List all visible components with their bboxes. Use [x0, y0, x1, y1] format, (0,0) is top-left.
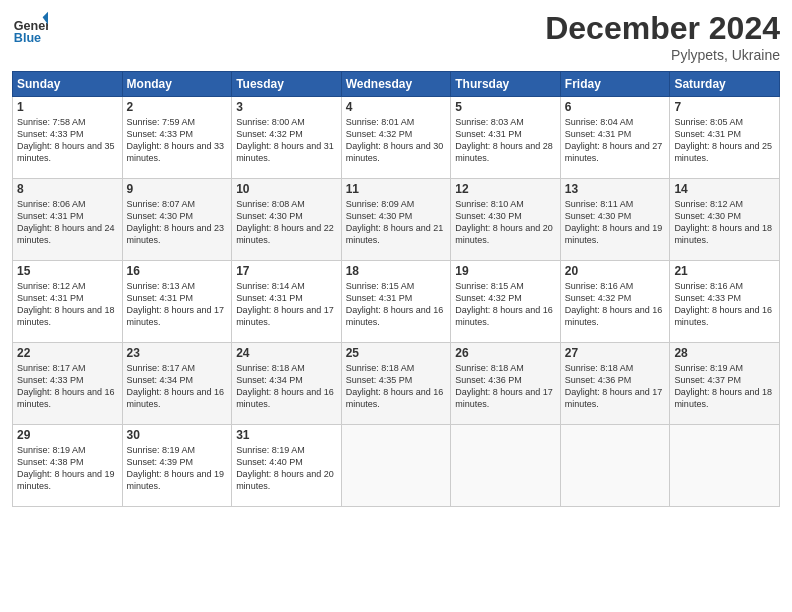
calendar-cell: 14Sunrise: 8:12 AMSunset: 4:30 PMDayligh…: [670, 179, 780, 261]
day-number: 1: [17, 100, 118, 114]
cell-info: Sunrise: 8:03 AMSunset: 4:31 PMDaylight:…: [455, 117, 553, 163]
day-number: 2: [127, 100, 228, 114]
calendar-cell: 20Sunrise: 8:16 AMSunset: 4:32 PMDayligh…: [560, 261, 670, 343]
title-block: December 2024 Pylypets, Ukraine: [545, 10, 780, 63]
day-number: 8: [17, 182, 118, 196]
day-number: 12: [455, 182, 556, 196]
col-header-thursday: Thursday: [451, 72, 561, 97]
day-number: 16: [127, 264, 228, 278]
cell-info: Sunrise: 8:07 AMSunset: 4:30 PMDaylight:…: [127, 199, 225, 245]
cell-info: Sunrise: 8:18 AMSunset: 4:36 PMDaylight:…: [455, 363, 553, 409]
cell-info: Sunrise: 8:19 AMSunset: 4:39 PMDaylight:…: [127, 445, 225, 491]
day-number: 21: [674, 264, 775, 278]
day-number: 9: [127, 182, 228, 196]
day-number: 20: [565, 264, 666, 278]
logo: General Blue: [12, 10, 52, 46]
cell-info: Sunrise: 8:19 AMSunset: 4:40 PMDaylight:…: [236, 445, 334, 491]
cell-info: Sunrise: 8:04 AMSunset: 4:31 PMDaylight:…: [565, 117, 663, 163]
cell-info: Sunrise: 8:06 AMSunset: 4:31 PMDaylight:…: [17, 199, 115, 245]
day-number: 11: [346, 182, 447, 196]
cell-info: Sunrise: 8:19 AMSunset: 4:38 PMDaylight:…: [17, 445, 115, 491]
cell-info: Sunrise: 8:14 AMSunset: 4:31 PMDaylight:…: [236, 281, 334, 327]
col-header-tuesday: Tuesday: [232, 72, 342, 97]
calendar-cell: 6Sunrise: 8:04 AMSunset: 4:31 PMDaylight…: [560, 97, 670, 179]
calendar-cell: [341, 425, 451, 507]
cell-info: Sunrise: 8:09 AMSunset: 4:30 PMDaylight:…: [346, 199, 444, 245]
cell-info: Sunrise: 8:13 AMSunset: 4:31 PMDaylight:…: [127, 281, 225, 327]
calendar-cell: 19Sunrise: 8:15 AMSunset: 4:32 PMDayligh…: [451, 261, 561, 343]
day-number: 14: [674, 182, 775, 196]
calendar-cell: 23Sunrise: 8:17 AMSunset: 4:34 PMDayligh…: [122, 343, 232, 425]
cell-info: Sunrise: 7:59 AMSunset: 4:33 PMDaylight:…: [127, 117, 225, 163]
calendar-cell: 4Sunrise: 8:01 AMSunset: 4:32 PMDaylight…: [341, 97, 451, 179]
day-number: 13: [565, 182, 666, 196]
cell-info: Sunrise: 8:10 AMSunset: 4:30 PMDaylight:…: [455, 199, 553, 245]
cell-info: Sunrise: 8:18 AMSunset: 4:36 PMDaylight:…: [565, 363, 663, 409]
calendar-cell: 21Sunrise: 8:16 AMSunset: 4:33 PMDayligh…: [670, 261, 780, 343]
calendar-cell: 22Sunrise: 8:17 AMSunset: 4:33 PMDayligh…: [13, 343, 123, 425]
day-number: 27: [565, 346, 666, 360]
col-header-wednesday: Wednesday: [341, 72, 451, 97]
day-number: 3: [236, 100, 337, 114]
calendar-cell: 15Sunrise: 8:12 AMSunset: 4:31 PMDayligh…: [13, 261, 123, 343]
cell-info: Sunrise: 8:01 AMSunset: 4:32 PMDaylight:…: [346, 117, 444, 163]
col-header-friday: Friday: [560, 72, 670, 97]
calendar-cell: 7Sunrise: 8:05 AMSunset: 4:31 PMDaylight…: [670, 97, 780, 179]
calendar-cell: 31Sunrise: 8:19 AMSunset: 4:40 PMDayligh…: [232, 425, 342, 507]
calendar-table: SundayMondayTuesdayWednesdayThursdayFrid…: [12, 71, 780, 507]
day-number: 6: [565, 100, 666, 114]
calendar-cell: 10Sunrise: 8:08 AMSunset: 4:30 PMDayligh…: [232, 179, 342, 261]
calendar-cell: [670, 425, 780, 507]
col-header-sunday: Sunday: [13, 72, 123, 97]
day-number: 23: [127, 346, 228, 360]
day-number: 18: [346, 264, 447, 278]
cell-info: Sunrise: 8:08 AMSunset: 4:30 PMDaylight:…: [236, 199, 334, 245]
month-title: December 2024: [545, 10, 780, 47]
cell-info: Sunrise: 8:11 AMSunset: 4:30 PMDaylight:…: [565, 199, 663, 245]
day-number: 4: [346, 100, 447, 114]
calendar-cell: 3Sunrise: 8:00 AMSunset: 4:32 PMDaylight…: [232, 97, 342, 179]
cell-info: Sunrise: 8:12 AMSunset: 4:30 PMDaylight:…: [674, 199, 772, 245]
day-number: 30: [127, 428, 228, 442]
cell-info: Sunrise: 8:05 AMSunset: 4:31 PMDaylight:…: [674, 117, 772, 163]
calendar-cell: 8Sunrise: 8:06 AMSunset: 4:31 PMDaylight…: [13, 179, 123, 261]
page-container: General Blue December 2024 Pylypets, Ukr…: [0, 0, 792, 515]
day-number: 25: [346, 346, 447, 360]
day-number: 7: [674, 100, 775, 114]
calendar-cell: 5Sunrise: 8:03 AMSunset: 4:31 PMDaylight…: [451, 97, 561, 179]
calendar-cell: [451, 425, 561, 507]
day-number: 31: [236, 428, 337, 442]
cell-info: Sunrise: 8:15 AMSunset: 4:32 PMDaylight:…: [455, 281, 553, 327]
calendar-cell: 18Sunrise: 8:15 AMSunset: 4:31 PMDayligh…: [341, 261, 451, 343]
calendar-cell: 28Sunrise: 8:19 AMSunset: 4:37 PMDayligh…: [670, 343, 780, 425]
calendar-cell: 11Sunrise: 8:09 AMSunset: 4:30 PMDayligh…: [341, 179, 451, 261]
calendar-cell: [560, 425, 670, 507]
calendar-cell: 26Sunrise: 8:18 AMSunset: 4:36 PMDayligh…: [451, 343, 561, 425]
calendar-cell: 12Sunrise: 8:10 AMSunset: 4:30 PMDayligh…: [451, 179, 561, 261]
week-row-3: 15Sunrise: 8:12 AMSunset: 4:31 PMDayligh…: [13, 261, 780, 343]
calendar-cell: 1Sunrise: 7:58 AMSunset: 4:33 PMDaylight…: [13, 97, 123, 179]
cell-info: Sunrise: 8:17 AMSunset: 4:34 PMDaylight:…: [127, 363, 225, 409]
calendar-cell: 9Sunrise: 8:07 AMSunset: 4:30 PMDaylight…: [122, 179, 232, 261]
cell-info: Sunrise: 8:16 AMSunset: 4:33 PMDaylight:…: [674, 281, 772, 327]
calendar-cell: 2Sunrise: 7:59 AMSunset: 4:33 PMDaylight…: [122, 97, 232, 179]
calendar-cell: 30Sunrise: 8:19 AMSunset: 4:39 PMDayligh…: [122, 425, 232, 507]
week-row-4: 22Sunrise: 8:17 AMSunset: 4:33 PMDayligh…: [13, 343, 780, 425]
day-number: 19: [455, 264, 556, 278]
day-number: 26: [455, 346, 556, 360]
svg-text:Blue: Blue: [14, 31, 41, 45]
day-number: 24: [236, 346, 337, 360]
cell-info: Sunrise: 8:18 AMSunset: 4:35 PMDaylight:…: [346, 363, 444, 409]
calendar-cell: 13Sunrise: 8:11 AMSunset: 4:30 PMDayligh…: [560, 179, 670, 261]
cell-info: Sunrise: 8:19 AMSunset: 4:37 PMDaylight:…: [674, 363, 772, 409]
cell-info: Sunrise: 7:58 AMSunset: 4:33 PMDaylight:…: [17, 117, 115, 163]
day-number: 28: [674, 346, 775, 360]
cell-info: Sunrise: 8:00 AMSunset: 4:32 PMDaylight:…: [236, 117, 334, 163]
week-row-1: 1Sunrise: 7:58 AMSunset: 4:33 PMDaylight…: [13, 97, 780, 179]
day-number: 5: [455, 100, 556, 114]
header-row: SundayMondayTuesdayWednesdayThursdayFrid…: [13, 72, 780, 97]
calendar-cell: 24Sunrise: 8:18 AMSunset: 4:34 PMDayligh…: [232, 343, 342, 425]
day-number: 29: [17, 428, 118, 442]
week-row-2: 8Sunrise: 8:06 AMSunset: 4:31 PMDaylight…: [13, 179, 780, 261]
cell-info: Sunrise: 8:15 AMSunset: 4:31 PMDaylight:…: [346, 281, 444, 327]
